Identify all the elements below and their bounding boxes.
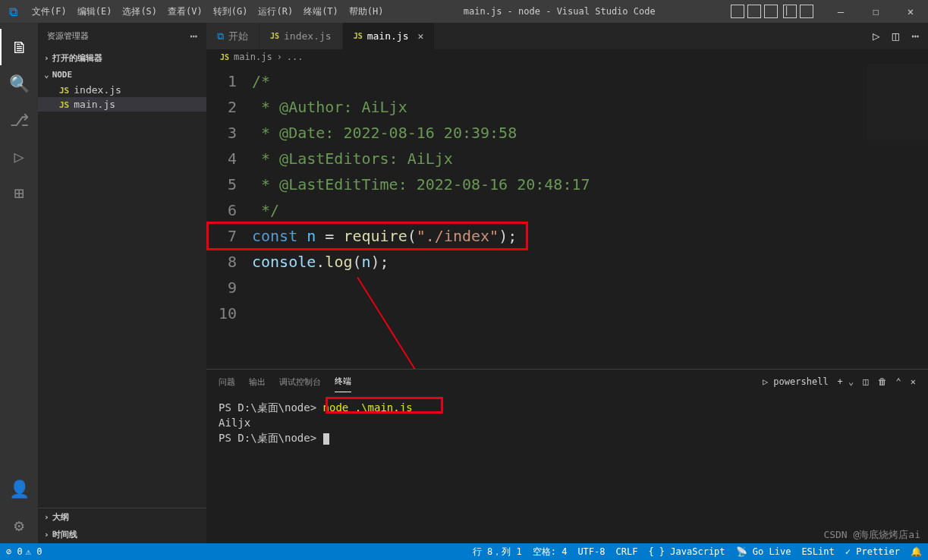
maximize-button[interactable]: ☐ xyxy=(858,0,893,23)
file-main-js[interactable]: JSmain.js xyxy=(38,97,206,112)
more-actions-icon[interactable]: ⋯ xyxy=(911,29,919,43)
panel-tab-output[interactable]: 输出 xyxy=(249,372,266,392)
status-prettier[interactable]: ✓ Prettier xyxy=(845,546,900,557)
minimize-button[interactable]: — xyxy=(823,0,858,23)
bottom-panel: 问题 输出 调试控制台 终端 ▷ powershell + ⌄ ◫ 🗑 ⌃ ✕ … xyxy=(206,369,928,543)
window-title: main.js - node - Visual Studio Code xyxy=(389,6,731,17)
outline-section[interactable]: ›大纲 xyxy=(38,508,206,526)
vscode-icon: ⧉ xyxy=(0,5,27,19)
status-cursor-pos[interactable]: 行 8，列 1 xyxy=(473,546,522,558)
tab-welcome[interactable]: ⧉开始 xyxy=(206,23,260,49)
split-terminal-icon[interactable]: ◫ xyxy=(863,376,868,387)
new-terminal-icon[interactable]: + ⌄ xyxy=(838,376,854,387)
open-editors-section[interactable]: ›打开的编辑器 xyxy=(38,49,206,67)
menu-item[interactable]: 编辑(E) xyxy=(72,5,118,18)
menu-item[interactable]: 终端(T) xyxy=(298,5,344,18)
kill-terminal-icon[interactable]: 🗑 xyxy=(878,376,887,387)
activity-bar: 🗎 🔍 ⎇ ▷ ⊞ 👤 ⚙ xyxy=(0,23,38,543)
status-errors[interactable]: ⊘ 0 xyxy=(6,546,23,557)
code-editor[interactable]: 12345678910 /* * @Author: AiLjx * @Date:… xyxy=(206,64,928,369)
timeline-section[interactable]: ›时间线 xyxy=(38,526,206,543)
titlebar: ⧉ 文件(F)编辑(E)选择(S)查看(V)转到(G)运行(R)终端(T)帮助(… xyxy=(0,0,928,23)
sidebar: 资源管理器 ⋯ ›打开的编辑器 ⌄NODE JSindex.js JSmain.… xyxy=(38,23,206,543)
settings-icon[interactable]: ⚙ xyxy=(0,507,38,543)
status-bar: ⊘ 0 ⚠ 0 行 8，列 1 空格: 4 UTF-8 CRLF { } Jav… xyxy=(0,543,928,560)
extensions-icon[interactable]: ⊞ xyxy=(0,175,38,211)
terminal[interactable]: PS D:\桌面\node> node .\main.js Ailjx PS D… xyxy=(206,394,928,543)
status-notifications[interactable]: 🔔 xyxy=(911,546,922,557)
more-icon[interactable]: ⋯ xyxy=(190,29,197,43)
menu-item[interactable]: 帮助(H) xyxy=(344,5,389,18)
search-icon[interactable]: 🔍 xyxy=(0,65,38,102)
panel-tab-problems[interactable]: 问题 xyxy=(219,372,235,392)
status-eol[interactable]: CRLF xyxy=(616,546,638,557)
explorer-icon[interactable]: 🗎 xyxy=(0,29,38,65)
sidebar-title: 资源管理器 xyxy=(47,30,89,42)
menu-item[interactable]: 文件(F) xyxy=(27,5,72,18)
maximize-panel-icon[interactable]: ⌃ xyxy=(896,376,901,387)
tab-index-js[interactable]: JSindex.js xyxy=(260,23,343,49)
menu-item[interactable]: 转到(G) xyxy=(208,5,253,18)
status-golive[interactable]: 📡 Go Live xyxy=(736,546,791,557)
run-icon[interactable]: ▷ xyxy=(873,29,880,43)
project-section[interactable]: ⌄NODE xyxy=(38,67,206,83)
editor-tabs: ⧉开始 JSindex.js JSmain.js✕ ▷ ◫ ⋯ xyxy=(206,23,928,49)
minimap[interactable] xyxy=(867,64,928,140)
menu-item[interactable]: 选择(S) xyxy=(117,5,162,18)
status-eslint[interactable]: ESLint xyxy=(801,546,834,557)
status-warnings[interactable]: ⚠ 0 xyxy=(26,546,42,557)
close-icon[interactable]: ✕ xyxy=(418,30,424,42)
file-index-js[interactable]: JSindex.js xyxy=(38,83,206,97)
split-editor-icon[interactable]: ◫ xyxy=(892,29,900,43)
status-encoding[interactable]: UTF-8 xyxy=(577,546,605,557)
menu-item[interactable]: 运行(R) xyxy=(253,5,298,18)
debug-icon[interactable]: ▷ xyxy=(0,138,38,175)
panel-tab-debug[interactable]: 调试控制台 xyxy=(279,372,321,392)
breadcrumb[interactable]: JSmain.js›... xyxy=(206,49,928,64)
status-indent[interactable]: 空格: 4 xyxy=(533,546,568,558)
close-panel-icon[interactable]: ✕ xyxy=(911,376,916,387)
tab-main-js[interactable]: JSmain.js✕ xyxy=(343,23,436,49)
account-icon[interactable]: 👤 xyxy=(0,470,38,507)
status-language[interactable]: { } JavaScript xyxy=(648,546,725,557)
layout-icons[interactable]: | xyxy=(730,5,814,18)
close-button[interactable]: ✕ xyxy=(893,0,928,23)
source-control-icon[interactable]: ⎇ xyxy=(0,102,38,138)
line-numbers: 12345678910 xyxy=(206,64,252,369)
panel-tab-terminal[interactable]: 终端 xyxy=(335,371,351,392)
terminal-shell[interactable]: ▷ powershell xyxy=(763,376,829,387)
menu-item[interactable]: 查看(V) xyxy=(162,5,208,18)
